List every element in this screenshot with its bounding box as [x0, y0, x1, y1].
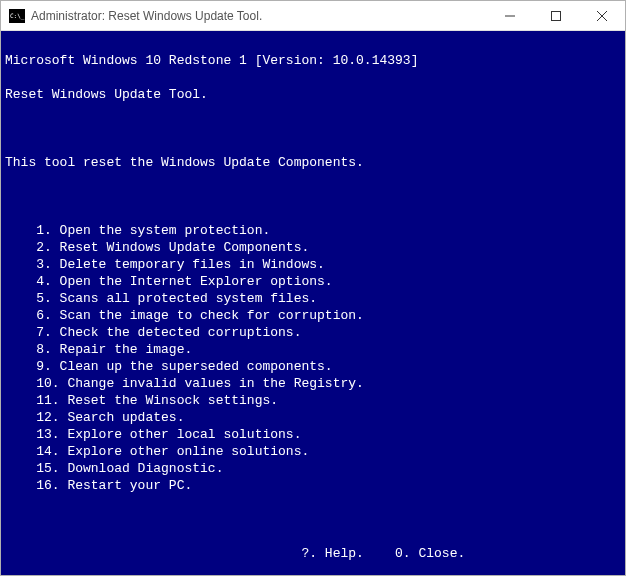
menu-item-13: 13. Explore other local solutions.: [5, 426, 621, 443]
blank-line: [5, 120, 621, 137]
close-icon: [597, 11, 607, 21]
header-line-2: Reset Windows Update Tool.: [5, 86, 621, 103]
close-button[interactable]: [579, 1, 625, 30]
menu-item-12: 12. Search updates.: [5, 409, 621, 426]
minimize-icon: [505, 11, 515, 21]
menu-item-5: 5. Scans all protected system files.: [5, 290, 621, 307]
maximize-button[interactable]: [533, 1, 579, 30]
menu-item-1: 1. Open the system protection.: [5, 222, 621, 239]
menu-item-7: 7. Check the detected corruptions.: [5, 324, 621, 341]
blank-line: [5, 188, 621, 205]
menu-item-8: 8. Repair the image.: [5, 341, 621, 358]
maximize-icon: [551, 11, 561, 21]
window-controls: [487, 1, 625, 30]
menu-item-6: 6. Scan the image to check for corruptio…: [5, 307, 621, 324]
menu-item-10: 10. Change invalid values in the Registr…: [5, 375, 621, 392]
header-line-1: Microsoft Windows 10 Redstone 1 [Version…: [5, 52, 621, 69]
console-area[interactable]: Microsoft Windows 10 Redstone 1 [Version…: [1, 31, 625, 575]
menu-item-4: 4. Open the Internet Explorer options.: [5, 273, 621, 290]
menu-item-9: 9. Clean up the superseded components.: [5, 358, 621, 375]
blank-line: [5, 511, 621, 528]
menu-item-14: 14. Explore other online solutions.: [5, 443, 621, 460]
menu-item-16: 16. Restart your PC.: [5, 477, 621, 494]
titlebar: Administrator: Reset Windows Update Tool…: [1, 1, 625, 31]
svg-rect-1: [552, 11, 561, 20]
menu-item-2: 2. Reset Windows Update Components.: [5, 239, 621, 256]
description-line: This tool reset the Windows Update Compo…: [5, 154, 621, 171]
menu-list: 1. Open the system protection. 2. Reset …: [5, 222, 621, 494]
window-title: Administrator: Reset Windows Update Tool…: [31, 9, 487, 23]
app-window: Administrator: Reset Windows Update Tool…: [0, 0, 626, 576]
footer-options: ?. Help. 0. Close.: [5, 545, 621, 562]
menu-item-11: 11. Reset the Winsock settings.: [5, 392, 621, 409]
minimize-button[interactable]: [487, 1, 533, 30]
menu-item-15: 15. Download Diagnostic.: [5, 460, 621, 477]
menu-item-3: 3. Delete temporary files in Windows.: [5, 256, 621, 273]
cmd-icon: [9, 9, 25, 23]
